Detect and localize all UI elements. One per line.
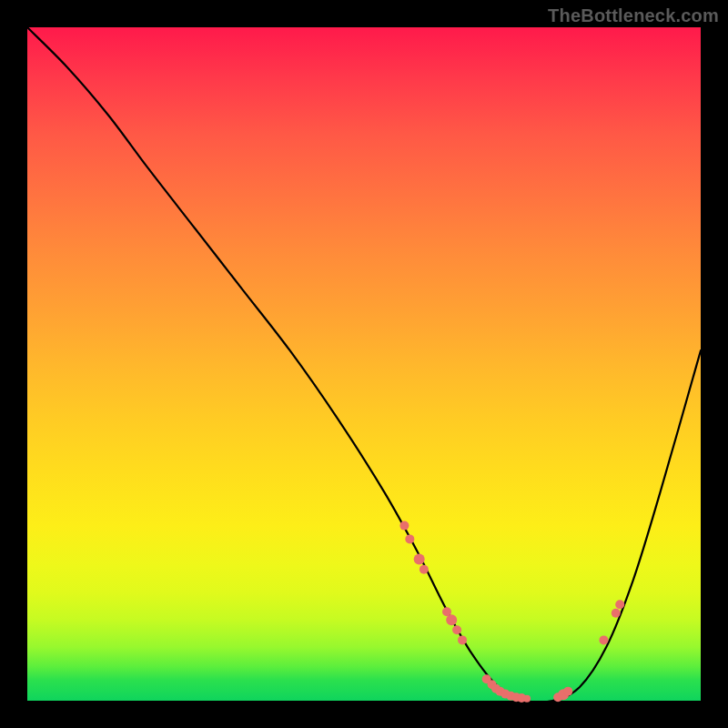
marker-dot [405,534,414,543]
marker-dot [458,635,467,644]
marker-dot [452,625,461,634]
marker-dot [399,521,409,531]
plot-area [27,27,701,701]
bottleneck-curve [27,27,701,703]
marker-dot [615,600,624,609]
curve-svg [27,27,701,701]
marker-dot [563,687,572,696]
marker-dot [420,565,429,574]
marker-dot [523,695,531,703]
watermark-text: TheBottleneck.com [548,5,719,26]
marker-dot [414,554,425,565]
marker-dot [612,609,621,618]
marker-dot [446,614,457,625]
chart-frame: TheBottleneck.com [0,0,728,728]
highlight-markers [399,521,624,703]
marker-dot [599,635,608,644]
